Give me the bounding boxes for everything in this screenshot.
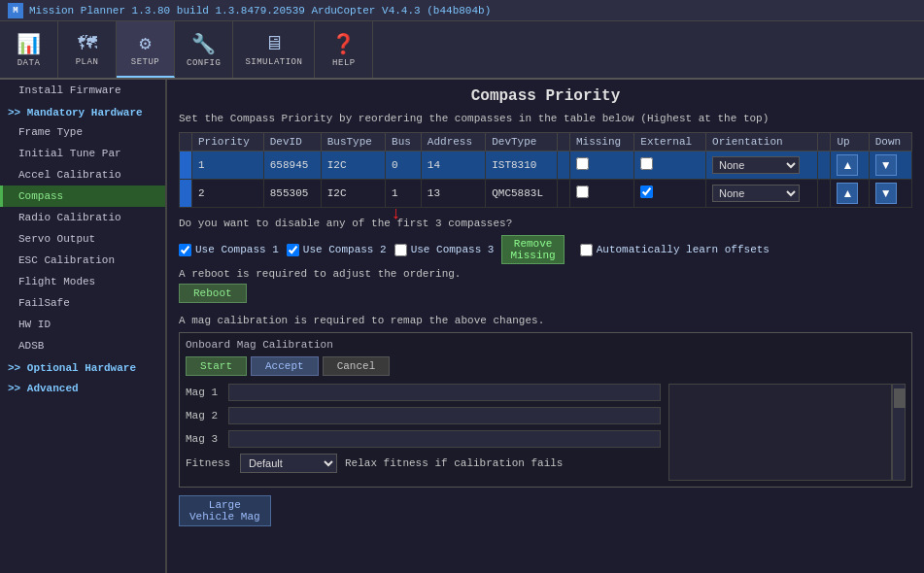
up-button-1[interactable]: ▲ <box>837 154 858 176</box>
row-up-2[interactable]: ▲ <box>831 180 869 208</box>
external-checkbox-2[interactable] <box>640 185 653 198</box>
auto-learn-checkbox[interactable] <box>580 244 593 256</box>
simulation-icon: 🖥 <box>264 32 284 55</box>
mag-3-bar <box>228 430 661 448</box>
main-layout: Install Firmware >> Mandatory Hardware F… <box>0 80 924 573</box>
mp-logo: M <box>8 3 23 18</box>
row-spacer2-1 <box>818 152 831 180</box>
orientation-select-2[interactable]: None <box>712 185 800 202</box>
sidebar-item-compass[interactable]: Compass <box>0 185 165 207</box>
use-compass-3-label[interactable]: Use Compass 3 <box>394 244 495 256</box>
hw-id-label: HW ID <box>18 319 51 330</box>
row-orientation-1[interactable]: None <box>706 152 818 180</box>
toolbar-setup[interactable]: ⚙ SETUP <box>117 21 175 78</box>
sidebar-item-failsafe[interactable]: FailSafe <box>0 292 165 314</box>
toolbar-plan[interactable]: 🗺 PLAN <box>58 21 117 78</box>
toolbar-help[interactable]: ❓ HELP <box>315 21 373 78</box>
simulation-label: SIMULATION <box>245 57 302 67</box>
use-compass-1-label[interactable]: Use Compass 1 <box>179 244 279 256</box>
row-bus-1: 0 <box>386 152 422 180</box>
sidebar-item-frame-type[interactable]: Frame Type <box>0 121 165 143</box>
cancel-button[interactable]: Cancel <box>323 356 391 376</box>
missing-checkbox-1[interactable] <box>576 157 589 170</box>
mag-1-bar <box>228 384 661 401</box>
sidebar-item-esc-cal[interactable]: ESC Calibration <box>0 250 165 271</box>
up-button-2[interactable]: ▲ <box>837 183 858 204</box>
sidebar-item-adsb[interactable]: ADSB <box>0 335 165 356</box>
setup-label: SETUP <box>131 57 160 67</box>
col-spacer2 <box>818 133 831 152</box>
compass-label: Compass <box>18 190 63 202</box>
mag-scrollbar <box>668 384 906 481</box>
red-arrow-indicator: ↓ <box>391 204 401 223</box>
large-vehicle-mag-button[interactable]: Large Vehicle Mag <box>179 495 271 526</box>
toolbar-config[interactable]: 🔧 CONFIG <box>175 21 233 78</box>
reboot-notice: A reboot is required to adjust the order… <box>179 268 912 280</box>
setup-icon: ⚙ <box>139 31 151 55</box>
mag-bars: Mag 1 Mag 2 Mag 3 <box>186 384 661 481</box>
row-missing-1[interactable] <box>569 152 633 180</box>
help-label: HELP <box>332 58 356 68</box>
instruction-text: Set the Compass Priority by reordering t… <box>167 109 924 128</box>
sidebar-item-servo-output[interactable]: Servo Output <box>0 228 165 250</box>
mag-scrollbar-track[interactable] <box>892 384 906 481</box>
esc-cal-label: ESC Calibration <box>18 254 115 266</box>
col-up: Up <box>831 133 869 152</box>
row-missing-2[interactable] <box>569 180 633 208</box>
sidebar-mandatory-header[interactable]: >> Mandatory Hardware <box>0 101 165 121</box>
col-orientation: Orientation <box>706 133 818 152</box>
sidebar-item-hw-id[interactable]: HW ID <box>0 314 165 335</box>
flight-modes-label: Flight Modes <box>18 276 95 287</box>
plan-icon: 🗺 <box>78 32 97 55</box>
sidebar-optional-header[interactable]: >> Optional Hardware <box>0 356 165 377</box>
col-bustype: BusType <box>321 133 385 152</box>
start-button[interactable]: Start <box>186 356 247 376</box>
row-down-2[interactable]: ▼ <box>869 180 911 208</box>
fitness-select[interactable]: Default Relaxed Normal Strict <box>240 454 337 473</box>
mag-3-label: Mag 3 <box>186 433 221 445</box>
use-compass-3-checkbox[interactable] <box>394 244 407 256</box>
sidebar-item-install-firmware[interactable]: Install Firmware <box>0 80 165 101</box>
config-icon: 🔧 <box>191 32 216 56</box>
use-compass-2-label[interactable]: Use Compass 2 <box>287 244 387 256</box>
orientation-select-1[interactable]: None <box>712 156 800 174</box>
mag-row-1: Mag 1 <box>186 384 661 401</box>
down-button-1[interactable]: ▼ <box>875 154 897 176</box>
remove-missing-button[interactable]: Remove Missing <box>501 235 564 264</box>
reboot-button[interactable]: Reboot <box>179 284 247 303</box>
down-button-2[interactable]: ▼ <box>875 183 897 204</box>
data-label: DATA <box>17 58 41 68</box>
compass-priority-table: Priority DevID BusType Bus Address DevTy… <box>179 132 912 208</box>
mag-graph <box>668 384 892 481</box>
accept-button[interactable]: Accept <box>251 356 319 376</box>
sidebar-item-flight-modes[interactable]: Flight Modes <box>0 271 165 292</box>
use-compass-2-checkbox[interactable] <box>287 244 299 256</box>
accel-cal-label: Accel Calibratio <box>18 169 121 181</box>
row-bustype-2: I2C <box>321 180 385 208</box>
toolbar-simulation[interactable]: 🖥 SIMULATION <box>233 21 315 78</box>
sidebar-item-initial-tune[interactable]: Initial Tune Par <box>0 143 165 164</box>
col-external: External <box>634 133 706 152</box>
row-external-2[interactable] <box>634 180 706 208</box>
row-devid-1: 658945 <box>263 152 321 180</box>
sidebar-advanced-header[interactable]: >> Advanced <box>0 377 165 397</box>
external-checkbox-1[interactable] <box>640 157 653 170</box>
row-external-1[interactable] <box>634 152 706 180</box>
auto-learn-label[interactable]: Automatically learn offsets <box>580 244 770 256</box>
row-orientation-2[interactable]: None <box>706 180 818 208</box>
bottom-buttons: Large Vehicle Mag <box>167 491 924 530</box>
row-up-1[interactable]: ▲ <box>831 152 869 180</box>
missing-checkbox-2[interactable] <box>576 185 589 198</box>
col-bus: Bus <box>386 133 422 152</box>
row-down-1[interactable]: ▼ <box>869 152 911 180</box>
use-compass-1-checkbox[interactable] <box>179 244 191 256</box>
toolbar-data[interactable]: 📊 DATA <box>0 21 58 78</box>
col-down: Down <box>869 133 911 152</box>
table-row: 2 855305 I2C 1 13 QMC5883L None <box>180 180 912 208</box>
sidebar-item-radio-cal[interactable]: Radio Calibratio <box>0 207 165 228</box>
row-priority-2: 2 <box>192 180 264 208</box>
content-area: Compass Priority Set the Compass Priorit… <box>167 80 924 573</box>
sidebar-item-accel-cal[interactable]: Accel Calibratio <box>0 164 165 185</box>
row-address-1: 14 <box>421 152 485 180</box>
title-text: Mission Planner 1.3.80 build 1.3.8479.20… <box>29 5 491 17</box>
